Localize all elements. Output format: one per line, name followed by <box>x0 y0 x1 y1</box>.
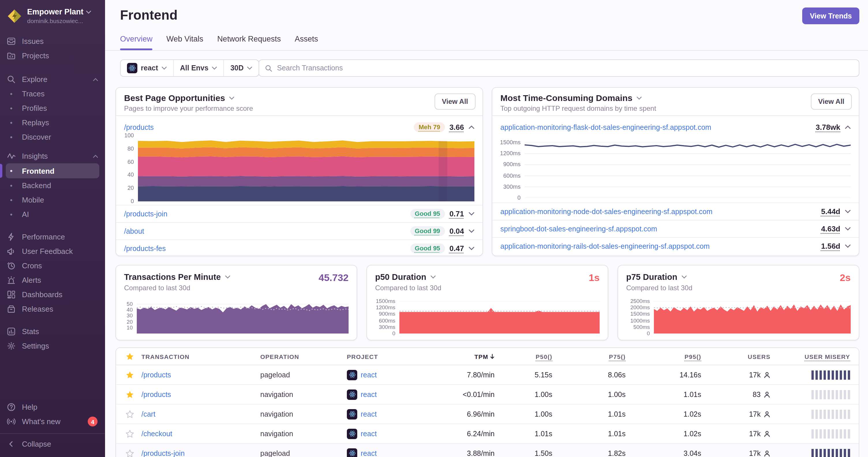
sidebar-item-replays[interactable]: •Replays <box>0 116 105 130</box>
project-link[interactable]: react <box>361 390 377 398</box>
project-link[interactable]: react <box>361 430 377 438</box>
opportunity-score[interactable]: 0.71 <box>449 209 464 218</box>
chevron-down-icon[interactable] <box>637 96 642 100</box>
sidebar-item-backend[interactable]: •Backend <box>0 178 105 193</box>
favorite-star-icon[interactable] <box>126 410 134 418</box>
column-header-users[interactable]: USERS <box>701 353 771 360</box>
view-trends-button[interactable]: View Trends <box>803 7 859 24</box>
chevron-down-icon[interactable] <box>225 275 230 279</box>
sidebar-item-performance[interactable]: Performance <box>0 230 105 244</box>
domain-link[interactable]: springboot-dot-sales-engineering-sf.apps… <box>500 225 657 233</box>
page-link[interactable]: /products-fes <box>124 244 166 253</box>
table-row[interactable]: /products navigation react <0.01/min 1.0… <box>116 385 859 404</box>
column-header-project[interactable]: PROJECT <box>347 353 439 360</box>
search-transactions-input[interactable] <box>277 64 853 72</box>
opportunity-row[interactable]: /about Good 99 0.04 <box>116 222 483 239</box>
column-header-user-misery[interactable]: USER MISERY <box>771 353 859 360</box>
favorite-star-icon[interactable] <box>126 430 134 438</box>
time-spent-value[interactable]: 4.63d <box>821 225 841 233</box>
table-row[interactable]: /checkout navigation react 6.24/min 1.01… <box>116 424 859 444</box>
sidebar-item-releases[interactable]: Releases <box>0 302 105 316</box>
chevron-down-icon[interactable] <box>681 275 686 279</box>
project-link[interactable]: react <box>361 410 377 418</box>
sidebar-collapse-button[interactable]: Collapse <box>0 437 105 451</box>
score-badge[interactable]: Good 95 <box>410 243 445 253</box>
chevron-down-icon[interactable] <box>845 227 851 231</box>
transaction-link[interactable]: /products <box>142 390 171 398</box>
favorite-star-icon[interactable] <box>126 390 134 398</box>
transaction-link[interactable]: /checkout <box>142 430 172 438</box>
page-link[interactable]: /products-join <box>124 210 167 218</box>
chevron-down-icon[interactable] <box>430 275 435 279</box>
table-row[interactable]: /cart navigation react 6.96/min 1.00s 1.… <box>116 404 859 424</box>
project-link[interactable]: react <box>361 449 377 457</box>
domain-link[interactable]: application-monitoring-node-dot-sales-en… <box>500 207 712 216</box>
tab-network-requests[interactable]: Network Requests <box>217 35 281 50</box>
sidebar-item-frontend[interactable]: • Frontend <box>6 163 99 178</box>
chevron-down-icon[interactable] <box>469 212 474 216</box>
transaction-link[interactable]: /products <box>142 371 171 379</box>
sidebar-group-explore[interactable]: Explore <box>0 72 105 87</box>
chevron-down-icon[interactable] <box>845 209 851 214</box>
sidebar-item-issues[interactable]: Issues <box>0 34 105 48</box>
tab-assets[interactable]: Assets <box>294 35 318 50</box>
sidebar-item-settings[interactable]: Settings <box>0 339 105 353</box>
sidebar-item-alerts[interactable]: Alerts <box>0 273 105 287</box>
time-spent-value[interactable]: 1.56d <box>821 242 841 251</box>
sidebar-group-insights[interactable]: Insights <box>0 149 105 163</box>
view-all-button[interactable]: View All <box>811 94 852 110</box>
environment-filter[interactable]: All Envs <box>173 60 224 76</box>
domain-row[interactable]: application-monitoring-node-dot-sales-en… <box>492 202 859 220</box>
favorites-column-star-icon[interactable] <box>126 352 134 360</box>
sidebar-item-dashboards[interactable]: Dashboards <box>0 287 105 302</box>
tab-overview[interactable]: Overview <box>120 35 153 50</box>
tab-web-vitals[interactable]: Web Vitals <box>166 35 204 50</box>
project-filter[interactable]: react <box>121 60 173 76</box>
project-link[interactable]: react <box>361 371 377 379</box>
view-all-button[interactable]: View All <box>434 94 475 110</box>
chevron-down-icon[interactable] <box>469 247 474 251</box>
sidebar-item-crons[interactable]: Crons <box>0 259 105 273</box>
score-badge[interactable]: Good 95 <box>410 209 445 219</box>
domain-link[interactable]: application-monitoring-rails-dot-sales-e… <box>500 242 710 250</box>
date-range-filter[interactable]: 30D <box>223 60 258 76</box>
sidebar-item-help[interactable]: Help <box>0 400 105 414</box>
page-link[interactable]: /about <box>124 227 144 235</box>
time-spent-value[interactable]: 3.78wk <box>816 123 840 132</box>
opportunity-score[interactable]: 0.04 <box>449 227 464 235</box>
score-badge[interactable]: Good 99 <box>410 226 445 236</box>
sidebar-item-profiles[interactable]: •Profiles <box>0 101 105 116</box>
transaction-link[interactable]: /products-join <box>142 449 185 457</box>
sidebar-item-whats-new[interactable]: What's new 4 <box>0 414 105 429</box>
sidebar-item-stats[interactable]: Stats <box>0 324 105 339</box>
domain-row[interactable]: springboot-dot-sales-engineering-sf.apps… <box>492 220 859 237</box>
column-header-p75[interactable]: P75() <box>552 353 626 360</box>
domain-row[interactable]: application-monitoring-rails-dot-sales-e… <box>492 237 859 255</box>
opportunity-score[interactable]: 0.47 <box>449 244 464 253</box>
org-switcher[interactable]: Empower Plant dominik.buszowiec... <box>0 0 105 24</box>
table-row[interactable]: /products-join pageload react 3.88/min 1… <box>116 444 859 457</box>
opportunity-row[interactable]: /products-join Good 95 0.71 <box>116 205 483 222</box>
domain-link[interactable]: application-monitoring-flask-dot-sales-e… <box>500 123 711 131</box>
chevron-down-icon[interactable] <box>845 244 851 248</box>
sidebar-item-projects[interactable]: Projects <box>0 48 105 63</box>
column-header-transaction[interactable]: TRANSACTION <box>142 353 260 360</box>
chevron-up-icon[interactable] <box>469 125 474 129</box>
column-header-p95[interactable]: P95() <box>626 353 701 360</box>
favorite-star-icon[interactable] <box>126 371 134 379</box>
chevron-down-icon[interactable] <box>469 229 474 233</box>
sidebar-item-ai[interactable]: •AI <box>0 207 105 222</box>
sidebar-item-discover[interactable]: •Discover <box>0 130 105 144</box>
chevron-down-icon[interactable] <box>229 96 234 100</box>
chevron-up-icon[interactable] <box>845 125 851 129</box>
opportunity-row[interactable]: /products-fes Good 95 0.47 <box>116 239 483 257</box>
sidebar-item-mobile[interactable]: •Mobile <box>0 193 105 207</box>
opportunity-score[interactable]: 3.66 <box>449 123 464 132</box>
sidebar-item-user-feedback[interactable]: User Feedback <box>0 244 105 259</box>
sidebar-item-traces[interactable]: •Traces <box>0 87 105 101</box>
page-link[interactable]: /products <box>124 123 154 131</box>
column-header-operation[interactable]: OPERATION <box>260 353 347 360</box>
transaction-link[interactable]: /cart <box>142 410 156 418</box>
column-header-tpm[interactable]: TPM <box>439 353 495 360</box>
time-spent-value[interactable]: 5.44d <box>821 207 841 216</box>
